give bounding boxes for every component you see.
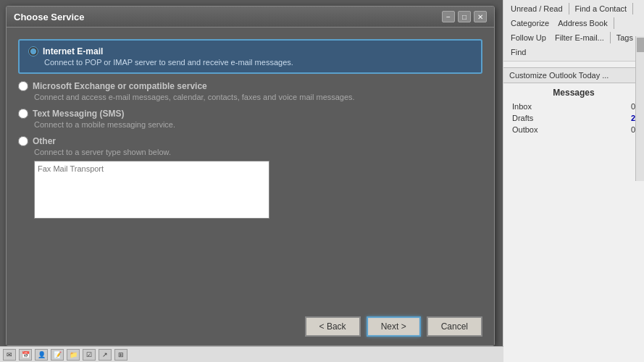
status-icon-expand[interactable]: ⊞ bbox=[114, 349, 127, 361]
dialog-footer: < Back Next > Cancel bbox=[7, 308, 494, 345]
other-input-area bbox=[34, 161, 482, 221]
filter-email-btn[interactable]: Filter E-mail... bbox=[552, 32, 607, 43]
status-icon-task[interactable]: ☑ bbox=[83, 349, 96, 361]
inbox-label: Inbox bbox=[512, 102, 532, 111]
right-panel-scrollbar[interactable] bbox=[635, 36, 644, 181]
toolbar-sep-1 bbox=[569, 3, 569, 14]
customize-outlook-btn[interactable]: Customize Outlook Today ... bbox=[503, 67, 644, 83]
radio-internet-email[interactable] bbox=[28, 46, 38, 56]
outbox-label: Outbox bbox=[512, 125, 538, 134]
label-internet-email[interactable]: Internet E-mail bbox=[43, 46, 103, 56]
dialog-controls: − □ ✕ bbox=[442, 11, 487, 22]
option-other-header: Other bbox=[18, 136, 482, 146]
dialog-title: Choose Service bbox=[14, 12, 85, 22]
right-panel: Unread / Read Find a Contact Categorize … bbox=[503, 0, 644, 362]
toolbar-sep-3 bbox=[614, 17, 614, 29]
address-book-btn[interactable]: Address Book bbox=[555, 17, 610, 29]
follow-up-btn[interactable]: Follow Up bbox=[508, 32, 549, 43]
next-button[interactable]: Next > bbox=[367, 316, 421, 337]
tags-label: Tags bbox=[614, 32, 636, 43]
cancel-button[interactable]: Cancel bbox=[427, 316, 482, 337]
label-exchange[interactable]: Microsoft Exchange or compatible service bbox=[33, 81, 207, 91]
status-icon-envelope[interactable]: ✉ bbox=[3, 349, 16, 361]
radio-text-messaging[interactable] bbox=[18, 109, 28, 119]
right-panel-toolbar: Unread / Read Find a Contact Categorize … bbox=[503, 0, 644, 62]
close-button[interactable]: ✕ bbox=[474, 11, 487, 22]
desc-text-messaging: Connect to a mobile messaging service. bbox=[34, 120, 482, 129]
desc-other: Connect to a server type shown below. bbox=[34, 148, 482, 156]
radio-other[interactable] bbox=[18, 136, 28, 146]
option-internet-email-header: Internet E-mail bbox=[28, 46, 472, 56]
outbox-row: Outbox 0 bbox=[509, 124, 638, 135]
status-icon-shortcut[interactable]: ↗ bbox=[99, 349, 112, 361]
radio-exchange[interactable] bbox=[18, 81, 28, 91]
desc-exchange: Connect and access e-mail messages, cale… bbox=[34, 93, 482, 101]
option-internet-email: Internet E-mail Connect to POP or IMAP s… bbox=[18, 39, 482, 74]
unread-read-btn[interactable]: Unread / Read bbox=[508, 3, 566, 14]
minimize-button[interactable]: − bbox=[442, 11, 455, 22]
categorize-btn[interactable]: Categorize bbox=[508, 17, 552, 29]
inbox-row: Inbox 0 bbox=[509, 101, 638, 112]
option-exchange: Microsoft Exchange or compatible service… bbox=[18, 81, 482, 101]
label-text-messaging[interactable]: Text Messaging (SMS) bbox=[33, 109, 124, 119]
find-contact-btn[interactable]: Find a Contact bbox=[572, 3, 630, 14]
status-bar: ✉ 📅 👤 📝 📁 ☑ ↗ ⊞ bbox=[0, 346, 503, 362]
dialog-titlebar: Choose Service − □ ✕ bbox=[7, 7, 494, 28]
toolbar-sep-2 bbox=[632, 3, 633, 14]
status-icon-note[interactable]: 📝 bbox=[51, 349, 64, 361]
other-server-input[interactable] bbox=[34, 161, 269, 219]
options-area: Internet E-mail Connect to POP or IMAP s… bbox=[18, 39, 482, 221]
dialog-body: Internet E-mail Connect to POP or IMAP s… bbox=[7, 28, 494, 308]
messages-section: Messages Inbox 0 Drafts 2 Outbox 0 bbox=[503, 83, 644, 140]
maximize-button[interactable]: □ bbox=[458, 11, 471, 22]
label-other[interactable]: Other bbox=[33, 136, 56, 146]
option-other: Other Connect to a server type shown bel… bbox=[18, 136, 482, 221]
scrollbar-thumb[interactable] bbox=[637, 38, 644, 52]
back-button[interactable]: < Back bbox=[305, 316, 361, 337]
drafts-label: Drafts bbox=[512, 114, 533, 122]
messages-title: Messages bbox=[509, 88, 638, 98]
desc-internet-email: Connect to POP or IMAP server to send an… bbox=[44, 58, 472, 67]
find-label: Find bbox=[508, 46, 529, 58]
status-icon-folder[interactable]: 📁 bbox=[67, 349, 80, 361]
status-icon-calendar[interactable]: 📅 bbox=[19, 349, 32, 361]
toolbar-sep-4 bbox=[610, 32, 611, 43]
option-exchange-header: Microsoft Exchange or compatible service bbox=[18, 81, 482, 91]
option-text-messaging-header: Text Messaging (SMS) bbox=[18, 109, 482, 119]
choose-service-dialog: Choose Service − □ ✕ Internet E-mail Con… bbox=[6, 6, 495, 346]
status-icon-people[interactable]: 👤 bbox=[35, 349, 48, 361]
option-text-messaging: Text Messaging (SMS) Connect to a mobile… bbox=[18, 109, 482, 129]
drafts-row: Drafts 2 bbox=[509, 112, 638, 124]
